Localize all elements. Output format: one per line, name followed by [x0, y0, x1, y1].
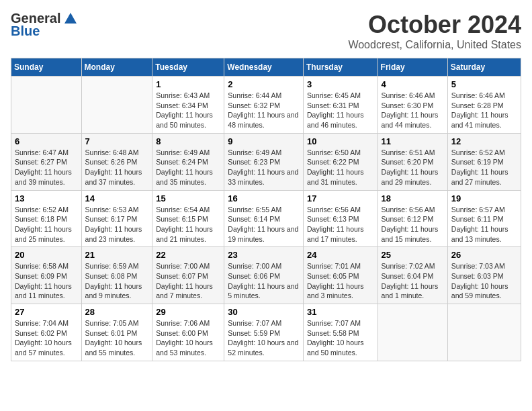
day-info: Sunrise: 6:55 AM Sunset: 6:14 PM Dayligh… — [228, 205, 300, 244]
logo-blue-text: Blue — [11, 24, 40, 39]
day-info: Sunrise: 6:54 AM Sunset: 6:15 PM Dayligh… — [156, 205, 220, 244]
day-info: Sunrise: 6:43 AM Sunset: 6:34 PM Dayligh… — [156, 91, 220, 130]
calendar-cell: 17Sunrise: 6:56 AM Sunset: 6:13 PM Dayli… — [303, 190, 378, 247]
day-info: Sunrise: 6:48 AM Sunset: 6:26 PM Dayligh… — [85, 148, 149, 187]
day-info: Sunrise: 7:07 AM Sunset: 5:58 PM Dayligh… — [307, 318, 374, 358]
calendar-cell: 16Sunrise: 6:55 AM Sunset: 6:14 PM Dayli… — [224, 190, 304, 247]
logo: General Blue — [11, 11, 78, 39]
calendar-cell: 26Sunrise: 7:03 AM Sunset: 6:03 PM Dayli… — [447, 247, 521, 304]
day-number: 8 — [156, 136, 220, 146]
calendar-title: October 2024 — [348, 11, 521, 39]
title-section: October 2024 Woodcrest, California, Unit… — [348, 11, 521, 51]
day-info: Sunrise: 6:47 AM Sunset: 6:27 PM Dayligh… — [15, 148, 78, 187]
day-info: Sunrise: 6:46 AM Sunset: 6:28 PM Dayligh… — [451, 91, 517, 130]
calendar-cell: 29Sunrise: 7:06 AM Sunset: 6:00 PM Dayli… — [152, 304, 224, 361]
calendar-cell: 9Sunrise: 6:49 AM Sunset: 6:23 PM Daylig… — [224, 133, 304, 190]
day-number: 22 — [156, 250, 220, 260]
calendar-week-4: 20Sunrise: 6:58 AM Sunset: 6:09 PM Dayli… — [11, 247, 521, 304]
calendar-cell: 11Sunrise: 6:51 AM Sunset: 6:20 PM Dayli… — [378, 133, 447, 190]
day-info: Sunrise: 6:49 AM Sunset: 6:23 PM Dayligh… — [228, 148, 300, 187]
day-info: Sunrise: 6:56 AM Sunset: 6:13 PM Dayligh… — [307, 205, 374, 244]
calendar-cell: 22Sunrise: 7:00 AM Sunset: 6:07 PM Dayli… — [152, 247, 224, 304]
day-info: Sunrise: 7:05 AM Sunset: 6:01 PM Dayligh… — [85, 318, 149, 358]
calendar-cell: 30Sunrise: 7:07 AM Sunset: 5:59 PM Dayli… — [224, 304, 304, 361]
day-number: 21 — [85, 250, 149, 260]
day-info: Sunrise: 6:56 AM Sunset: 6:12 PM Dayligh… — [382, 205, 444, 244]
calendar-cell: 7Sunrise: 6:48 AM Sunset: 6:26 PM Daylig… — [81, 133, 152, 190]
day-info: Sunrise: 7:06 AM Sunset: 6:00 PM Dayligh… — [156, 318, 220, 358]
day-number: 4 — [382, 79, 444, 89]
day-number: 16 — [228, 193, 300, 203]
day-number: 7 — [85, 136, 149, 146]
calendar-subtitle: Woodcrest, California, United States — [348, 39, 521, 51]
day-number: 26 — [451, 250, 517, 260]
day-number: 27 — [15, 307, 78, 317]
day-number: 3 — [307, 79, 374, 89]
header-wednesday: Wednesday — [224, 58, 304, 77]
calendar-week-1: 1Sunrise: 6:43 AM Sunset: 6:34 PM Daylig… — [11, 77, 521, 134]
calendar-cell: 8Sunrise: 6:49 AM Sunset: 6:24 PM Daylig… — [152, 133, 224, 190]
day-number: 28 — [85, 307, 149, 317]
calendar-cell: 3Sunrise: 6:45 AM Sunset: 6:31 PM Daylig… — [303, 77, 378, 134]
calendar-week-5: 27Sunrise: 7:04 AM Sunset: 6:02 PM Dayli… — [11, 304, 521, 361]
calendar-cell — [81, 77, 152, 134]
calendar-cell: 28Sunrise: 7:05 AM Sunset: 6:01 PM Dayli… — [81, 304, 152, 361]
calendar-cell — [447, 304, 521, 361]
header-thursday: Thursday — [303, 58, 378, 77]
day-number: 11 — [382, 136, 444, 146]
logo-icon — [63, 11, 78, 26]
calendar-table: SundayMondayTuesdayWednesdayThursdayFrid… — [11, 58, 521, 361]
day-number: 14 — [85, 193, 149, 203]
calendar-cell: 20Sunrise: 6:58 AM Sunset: 6:09 PM Dayli… — [11, 247, 82, 304]
day-info: Sunrise: 6:50 AM Sunset: 6:22 PM Dayligh… — [307, 148, 374, 187]
day-number: 10 — [307, 136, 374, 146]
calendar-cell — [378, 304, 447, 361]
day-number: 31 — [307, 307, 374, 317]
day-number: 29 — [156, 307, 220, 317]
day-info: Sunrise: 6:45 AM Sunset: 6:31 PM Dayligh… — [307, 91, 374, 130]
day-number: 23 — [228, 250, 300, 260]
day-info: Sunrise: 7:04 AM Sunset: 6:02 PM Dayligh… — [15, 318, 78, 358]
day-number: 17 — [307, 193, 374, 203]
day-info: Sunrise: 6:46 AM Sunset: 6:30 PM Dayligh… — [382, 91, 444, 130]
day-info: Sunrise: 7:02 AM Sunset: 6:04 PM Dayligh… — [382, 261, 444, 301]
calendar-cell: 6Sunrise: 6:47 AM Sunset: 6:27 PM Daylig… — [11, 133, 82, 190]
calendar-week-2: 6Sunrise: 6:47 AM Sunset: 6:27 PM Daylig… — [11, 133, 521, 190]
day-info: Sunrise: 6:52 AM Sunset: 6:19 PM Dayligh… — [451, 148, 517, 187]
day-info: Sunrise: 7:00 AM Sunset: 6:06 PM Dayligh… — [228, 261, 300, 301]
day-number: 18 — [382, 193, 444, 203]
day-info: Sunrise: 6:52 AM Sunset: 6:18 PM Dayligh… — [15, 205, 78, 244]
calendar-cell: 15Sunrise: 6:54 AM Sunset: 6:15 PM Dayli… — [152, 190, 224, 247]
header-monday: Monday — [81, 58, 152, 77]
day-number: 24 — [307, 250, 374, 260]
calendar-header-row: SundayMondayTuesdayWednesdayThursdayFrid… — [11, 58, 521, 77]
header-friday: Friday — [378, 58, 447, 77]
svg-marker-0 — [64, 13, 77, 24]
header-saturday: Saturday — [447, 58, 521, 77]
day-number: 25 — [382, 250, 444, 260]
day-number: 6 — [15, 136, 78, 146]
day-info: Sunrise: 6:51 AM Sunset: 6:20 PM Dayligh… — [382, 148, 444, 187]
day-number: 12 — [451, 136, 517, 146]
day-number: 30 — [228, 307, 300, 317]
calendar-cell: 2Sunrise: 6:44 AM Sunset: 6:32 PM Daylig… — [224, 77, 304, 134]
calendar-week-3: 13Sunrise: 6:52 AM Sunset: 6:18 PM Dayli… — [11, 190, 521, 247]
calendar-cell: 24Sunrise: 7:01 AM Sunset: 6:05 PM Dayli… — [303, 247, 378, 304]
day-info: Sunrise: 6:49 AM Sunset: 6:24 PM Dayligh… — [156, 148, 220, 187]
day-number: 19 — [451, 193, 517, 203]
calendar-cell: 13Sunrise: 6:52 AM Sunset: 6:18 PM Dayli… — [11, 190, 82, 247]
day-number: 9 — [228, 136, 300, 146]
day-number: 15 — [156, 193, 220, 203]
day-info: Sunrise: 7:07 AM Sunset: 5:59 PM Dayligh… — [228, 318, 300, 358]
calendar-cell: 1Sunrise: 6:43 AM Sunset: 6:34 PM Daylig… — [152, 77, 224, 134]
day-number: 13 — [15, 193, 78, 203]
header-sunday: Sunday — [11, 58, 82, 77]
day-number: 1 — [156, 79, 220, 89]
day-info: Sunrise: 6:59 AM Sunset: 6:08 PM Dayligh… — [85, 261, 149, 301]
day-info: Sunrise: 7:01 AM Sunset: 6:05 PM Dayligh… — [307, 261, 374, 301]
calendar-cell: 31Sunrise: 7:07 AM Sunset: 5:58 PM Dayli… — [303, 304, 378, 361]
day-info: Sunrise: 7:03 AM Sunset: 6:03 PM Dayligh… — [451, 261, 517, 301]
day-info: Sunrise: 6:44 AM Sunset: 6:32 PM Dayligh… — [228, 91, 300, 130]
calendar-cell: 25Sunrise: 7:02 AM Sunset: 6:04 PM Dayli… — [378, 247, 447, 304]
page-header: General Blue October 2024 Woodcrest, Cal… — [11, 11, 521, 51]
